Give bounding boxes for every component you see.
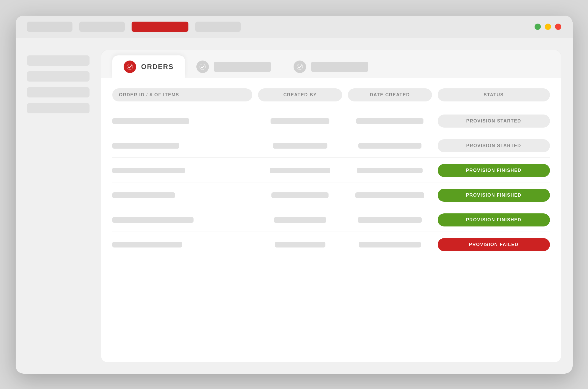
main-content: ORDERS (101, 50, 561, 362)
tab2-check-icon (196, 61, 209, 73)
cell-created-by (258, 168, 342, 173)
status-badge-finished: PROVISION FINISHED (438, 189, 550, 202)
table-rows: PROVISION STARTED (112, 109, 550, 256)
orders-check-icon (124, 61, 136, 73)
cell-status: PROVISION FINISHED (438, 189, 550, 202)
table-row[interactable]: PROVISION FINISHED (112, 208, 550, 232)
tab-orders[interactable]: ORDERS (112, 55, 185, 78)
cell-date (348, 192, 432, 198)
table-row[interactable]: PROVISION FINISHED (112, 159, 550, 182)
minimize-button[interactable] (535, 24, 541, 30)
sidebar-item-4[interactable] (27, 103, 90, 113)
browser-tabs (27, 22, 241, 32)
col-header-status: STATUS (438, 88, 550, 101)
sidebar-item-3[interactable] (27, 87, 90, 97)
tab-orders-label: ORDERS (141, 63, 174, 71)
cell-order-id (112, 217, 252, 223)
tab2-label-placeholder (214, 62, 271, 72)
cell-date (348, 168, 432, 173)
col-header-created-by: CREATED BY (258, 88, 342, 101)
col-header-order-id: ORDER ID / # OF ITEMS (112, 88, 252, 101)
table-area: ORDER ID / # OF ITEMS CREATED BY DATE CR… (101, 78, 561, 362)
tab3-label-placeholder (311, 62, 368, 72)
tab3-check-icon (294, 61, 306, 73)
cell-order-id (112, 192, 252, 198)
browser-tab-active[interactable] (132, 22, 188, 32)
browser-window: ORDERS (16, 16, 573, 374)
sidebar (27, 50, 90, 362)
cell-date (348, 143, 432, 149)
browser-chrome (16, 16, 573, 38)
table-row[interactable]: PROVISION FINISHED (112, 184, 550, 207)
cell-order-id (112, 168, 252, 173)
status-badge-started: PROVISION STARTED (438, 139, 550, 152)
svg-point-0 (127, 64, 132, 69)
cell-created-by (258, 118, 342, 124)
sidebar-item-1[interactable] (27, 55, 90, 66)
cell-created-by (258, 143, 342, 149)
table-row[interactable]: PROVISION STARTED (112, 109, 550, 133)
status-badge-finished: PROVISION FINISHED (438, 164, 550, 177)
browser-content: ORDERS (16, 38, 573, 374)
status-badge-finished: PROVISION FINISHED (438, 213, 550, 226)
cell-status: PROVISION FINISHED (438, 164, 550, 177)
browser-tab-2[interactable] (79, 22, 125, 32)
cell-created-by (258, 217, 342, 223)
cell-order-id (112, 118, 252, 124)
cell-status: PROVISION FINISHED (438, 213, 550, 226)
cell-status: PROVISION STARTED (438, 139, 550, 152)
tab-2[interactable] (185, 55, 282, 78)
cell-status: PROVISION STARTED (438, 115, 550, 128)
cell-date (348, 217, 432, 223)
cell-created-by (258, 192, 342, 198)
cell-order-id (112, 143, 252, 149)
browser-tab-1[interactable] (27, 22, 72, 32)
cell-date (348, 118, 432, 124)
svg-point-1 (200, 64, 205, 69)
status-badge-failed: PROVISION FAILED (438, 238, 550, 251)
table-row[interactable]: PROVISION STARTED (112, 134, 550, 158)
cell-created-by (258, 242, 342, 247)
col-header-date-created: DATE CREATED (348, 88, 432, 101)
status-badge-started: PROVISION STARTED (438, 115, 550, 128)
svg-point-2 (297, 64, 303, 69)
cell-date (348, 242, 432, 247)
tab-3[interactable] (282, 55, 379, 78)
tab-bar: ORDERS (101, 50, 561, 78)
close-button[interactable] (555, 24, 561, 30)
sidebar-item-2[interactable] (27, 71, 90, 82)
cell-order-id (112, 242, 252, 247)
browser-controls (535, 24, 561, 30)
table-row[interactable]: PROVISION FAILED (112, 233, 550, 256)
browser-tab-4[interactable] (195, 22, 241, 32)
cell-status: PROVISION FAILED (438, 238, 550, 251)
maximize-button[interactable] (545, 24, 551, 30)
table-header: ORDER ID / # OF ITEMS CREATED BY DATE CR… (112, 88, 550, 101)
